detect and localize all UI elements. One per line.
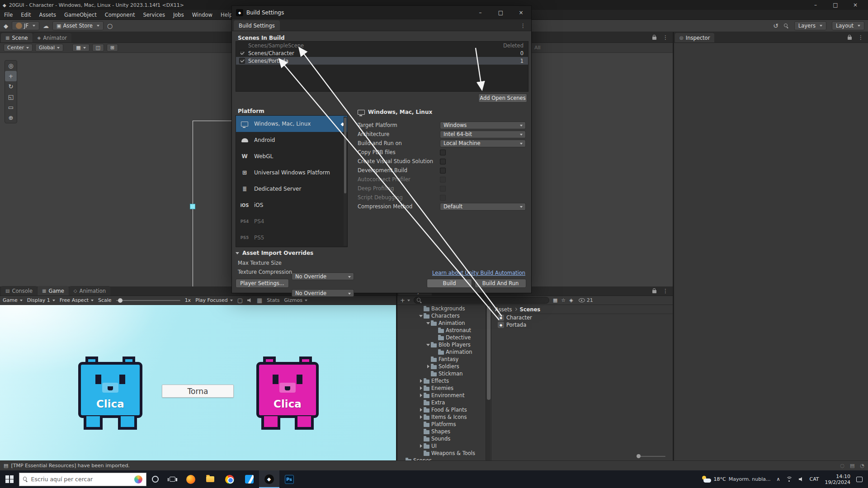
project-lock-icon[interactable]	[652, 290, 656, 293]
tree-item[interactable]: Extra	[397, 399, 486, 406]
asset-import-overrides-header[interactable]: Asset Import Overrides	[236, 250, 313, 256]
platform-uwp[interactable]: ⊞ Universal Windows Platform	[236, 164, 347, 181]
firefox-button[interactable]	[181, 470, 201, 488]
menu-window[interactable]: Window	[188, 10, 217, 20]
tree-item[interactable]: Backgrounds	[397, 305, 486, 312]
explorer-button[interactable]	[201, 470, 220, 488]
rect-tool-handle[interactable]	[190, 204, 195, 209]
tree-item[interactable]: Sounds	[397, 435, 486, 442]
scene-row-portada[interactable]: Scenes/Portada 1	[236, 57, 528, 65]
scene-row-character[interactable]: Scenes/Character 0	[236, 49, 528, 57]
language-indicator[interactable]: CAT	[810, 476, 819, 482]
rect-tool[interactable]: ▭	[5, 102, 17, 113]
unity-build-automation-link[interactable]: Learn about Unity Build Automation	[432, 270, 525, 276]
vsync-icon[interactable]: ▦	[257, 297, 262, 304]
tree-item[interactable]: Environment	[397, 392, 486, 399]
menu-gameobject[interactable]: GameObject	[60, 10, 101, 20]
status-icon-2[interactable]: ▤	[850, 463, 854, 469]
grid-snap-toggle[interactable]: ⊞	[107, 44, 118, 52]
max-texture-size-dropdown[interactable]: No Override	[292, 272, 354, 280]
tree-item[interactable]: Shapes	[397, 428, 486, 435]
project-menu-icon[interactable]: ⋮	[663, 288, 668, 294]
status-icon-1[interactable]: ◌	[840, 463, 844, 469]
minimize-button[interactable]: –	[806, 0, 826, 10]
asset-zoom-slider[interactable]	[637, 456, 665, 457]
notification-center-icon[interactable]	[856, 477, 863, 482]
build-and-run-on-dropdown[interactable]: Local Machine	[440, 140, 526, 147]
unity-hub-icon[interactable]: ◆	[4, 23, 8, 29]
development-build-checkbox[interactable]	[440, 168, 446, 174]
gizmos-dropdown[interactable]: Gizmos	[284, 297, 307, 303]
stats-button[interactable]: Stats	[267, 297, 279, 303]
record-icon[interactable]: ○	[107, 22, 113, 29]
clica-button-label[interactable]: Clica	[255, 398, 321, 410]
player-settings-button[interactable]: Player Settings...	[236, 279, 289, 288]
volume-icon[interactable]	[799, 477, 804, 482]
platform-windows-mac-linux[interactable]: Windows, Mac, Linux ◆	[236, 116, 347, 132]
create-asset-dropdown[interactable]: +	[400, 297, 410, 304]
tab-scene[interactable]: ▦ Scene	[1, 33, 33, 42]
lock-icon[interactable]	[652, 37, 656, 40]
search-icon[interactable]	[784, 23, 789, 28]
tree-item[interactable]: Blob Players	[397, 341, 486, 348]
tree-item[interactable]: Effects	[397, 377, 486, 385]
close-button[interactable]: ×	[845, 0, 865, 10]
wifi-icon[interactable]	[786, 477, 793, 482]
dialog-maximize-button[interactable]: □	[491, 6, 511, 19]
aspect-dropdown[interactable]: Free Aspect	[60, 297, 94, 303]
tree-item[interactable]: Food & Plants	[397, 406, 486, 413]
tree-scrollbar-thumb[interactable]	[487, 306, 491, 400]
inspector-lock-icon[interactable]	[848, 37, 852, 40]
tab-animation[interactable]: ◇ Animation	[69, 286, 110, 296]
play-focused-dropdown[interactable]: Play Focused	[195, 297, 233, 303]
tree-item[interactable]: Scenes	[397, 457, 486, 460]
start-button[interactable]	[0, 470, 19, 488]
platform-scrollbar[interactable]	[344, 117, 347, 246]
tree-item[interactable]: Animation	[397, 348, 486, 356]
scene-row-samplescene[interactable]: Scenes/SampleScene Deleted	[236, 42, 528, 49]
tree-item[interactable]: UI	[397, 442, 486, 450]
inspector-menu-icon[interactable]: ⋮	[858, 34, 863, 41]
tree-item[interactable]: Animation	[397, 319, 486, 327]
tree-item[interactable]: Soldiers	[397, 363, 486, 370]
target-platform-dropdown[interactable]: Windows	[440, 122, 526, 129]
dialog-close-button[interactable]: ×	[511, 6, 531, 19]
undo-history-icon[interactable]: ↺	[773, 22, 778, 29]
weather-widget[interactable]: 18°C Mayorm. nubla...	[701, 476, 771, 483]
status-icon-3[interactable]: ◔	[860, 463, 864, 469]
platform-webgl[interactable]: W WebGL	[236, 148, 347, 164]
game-mode-dropdown[interactable]: Game	[3, 297, 23, 303]
snap-toggle[interactable]: ◫	[92, 44, 104, 52]
compression-method-dropdown[interactable]: Default	[440, 203, 526, 211]
build-button[interactable]: Build	[427, 279, 472, 288]
tab-console[interactable]: ▤ Console	[1, 286, 37, 296]
unity-taskbar-button[interactable]: ◆	[259, 470, 279, 488]
build-and-run-button[interactable]: Build And Run	[475, 279, 526, 288]
menu-jobs[interactable]: Jobs	[169, 10, 188, 20]
tree-scrollbar[interactable]	[486, 305, 491, 460]
character-blue[interactable]: Clica	[76, 357, 144, 430]
dialog-menu-icon[interactable]: ⋮	[520, 23, 531, 31]
platform-ps5[interactable]: PS5 PS5	[236, 230, 347, 246]
asset-item-character[interactable]: ◆ Character	[491, 314, 673, 321]
scale-slider[interactable]	[116, 300, 180, 301]
tree-item[interactable]: Enemies	[397, 385, 486, 392]
task-view-button[interactable]	[164, 470, 181, 488]
scale-tool[interactable]: ◱	[5, 92, 17, 102]
create-vs-solution-checkbox[interactable]	[440, 159, 446, 164]
menu-edit[interactable]: Edit	[17, 10, 35, 20]
tree-item[interactable]: Weapons & Tools	[397, 450, 486, 457]
scene-checkbox[interactable]	[239, 58, 245, 64]
platform-ps4[interactable]: PS4 PS4	[236, 213, 347, 230]
clica-button-label[interactable]: Clica	[76, 398, 144, 410]
tree-item[interactable]: Items & Icons	[397, 413, 486, 421]
filter-all-label[interactable]: All	[534, 45, 541, 51]
game-viewport[interactable]: Clica Torna Clica	[0, 305, 396, 460]
breadcrumb-root[interactable]: Assets	[495, 306, 512, 313]
clock[interactable]: 14:10 19/2/2024	[825, 474, 850, 485]
tab-game[interactable]: ▦ Game	[38, 286, 69, 296]
cortana-button[interactable]	[146, 470, 164, 488]
tab-inspector[interactable]: ◎ Inspector	[675, 33, 714, 42]
grid-visibility-dropdown[interactable]: ▦	[72, 44, 89, 52]
transform-tool[interactable]: ⊕	[5, 113, 17, 123]
